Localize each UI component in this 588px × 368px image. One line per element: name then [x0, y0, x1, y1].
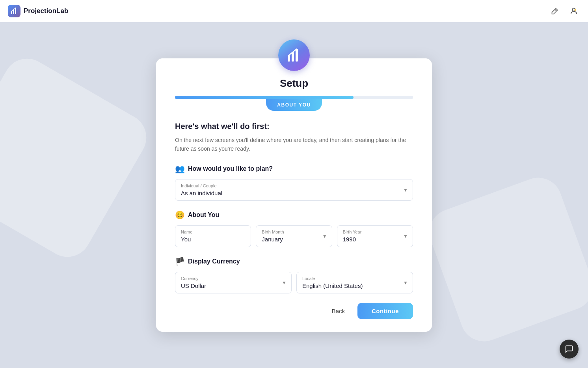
- continue-button[interactable]: Continue: [357, 303, 413, 319]
- svg-rect-2: [15, 8, 16, 14]
- wand-icon[interactable]: [549, 5, 561, 17]
- face-icon: 😊: [175, 210, 185, 220]
- app-icon: [278, 39, 310, 71]
- user-avatar-icon[interactable]: [568, 5, 580, 17]
- chat-bubble-button[interactable]: [560, 340, 579, 359]
- currency-select[interactable]: Currency US Dollar ▼: [175, 272, 292, 293]
- currency-section-label: 🏴 Display Currency: [175, 257, 413, 266]
- intro-title: Here's what we'll do first:: [175, 122, 413, 131]
- back-button[interactable]: Back: [326, 304, 351, 318]
- birth-month-select[interactable]: Birth Month January ▼: [256, 225, 332, 247]
- people-icon: 👥: [175, 164, 185, 174]
- svg-rect-7: [292, 52, 294, 62]
- currency-form-group: Currency US Dollar ▼ Locale English (Uni…: [175, 272, 413, 293]
- locale-select[interactable]: Locale English (United States) ▼: [296, 272, 413, 293]
- progress-bar-fill: [175, 96, 354, 99]
- progress-bar: [175, 96, 413, 99]
- about-label-text: About You: [188, 211, 219, 219]
- plan-form-group: Individual / Couple As an individual ▼: [175, 179, 413, 201]
- svg-rect-8: [296, 49, 298, 62]
- name-field[interactable]: Name: [175, 225, 251, 247]
- intro-text: On the next few screens you'll define wh…: [175, 136, 413, 153]
- dialog-card: Setup ABOUT YOU Here's what we'll do fir…: [156, 58, 432, 332]
- setup-title: Setup: [175, 77, 413, 90]
- plan-section-label: 👥 How would you like to plan?: [175, 164, 413, 174]
- svg-rect-0: [11, 11, 12, 14]
- svg-rect-6: [288, 55, 290, 62]
- name-input[interactable]: [181, 236, 245, 243]
- main-content: Setup ABOUT YOU Here's what we'll do fir…: [0, 22, 588, 368]
- birth-year-value: 1990: [343, 236, 407, 243]
- app-name: ProjectionLab: [24, 7, 68, 15]
- svg-line-3: [555, 9, 556, 11]
- birth-month-value: January: [262, 236, 326, 243]
- birth-month-label: Birth Month: [262, 230, 326, 234]
- svg-point-5: [574, 9, 576, 11]
- topbar-actions: [549, 5, 580, 17]
- tab-section: ABOUT YOU: [175, 99, 413, 111]
- logo-icon: [8, 5, 20, 17]
- about-section-label: 😊 About You: [175, 210, 413, 220]
- topbar: ProjectionLab: [0, 0, 588, 22]
- about-you-tab: ABOUT YOU: [266, 99, 322, 111]
- individual-couple-select[interactable]: Individual / Couple As an individual ▼: [175, 179, 413, 201]
- locale-label: Locale: [302, 276, 407, 281]
- individual-couple-label: Individual / Couple: [181, 183, 407, 188]
- about-form-group: Name Birth Month January ▼ Birth Year 19…: [175, 225, 413, 247]
- name-label: Name: [181, 230, 245, 234]
- currency-field-row: Currency US Dollar ▼ Locale English (Uni…: [175, 272, 413, 293]
- logo: ProjectionLab: [8, 5, 68, 17]
- currency-label-text: Display Currency: [188, 258, 240, 265]
- plan-label-text: How would you like to plan?: [188, 165, 273, 172]
- individual-couple-value: As an individual: [181, 190, 407, 196]
- currency-label: Currency: [181, 276, 286, 281]
- currency-value: US Dollar: [181, 282, 286, 289]
- locale-value: English (United States): [302, 282, 407, 289]
- app-icon-wrapper: [278, 39, 310, 71]
- birth-year-label: Birth Year: [343, 230, 407, 234]
- birth-year-select[interactable]: Birth Year 1990 ▼: [337, 225, 413, 247]
- about-field-row: Name Birth Month January ▼ Birth Year 19…: [175, 225, 413, 247]
- button-row: Back Continue: [175, 303, 413, 319]
- flag-icon: 🏴: [175, 257, 185, 266]
- card-inner: Setup ABOUT YOU Here's what we'll do fir…: [156, 58, 432, 332]
